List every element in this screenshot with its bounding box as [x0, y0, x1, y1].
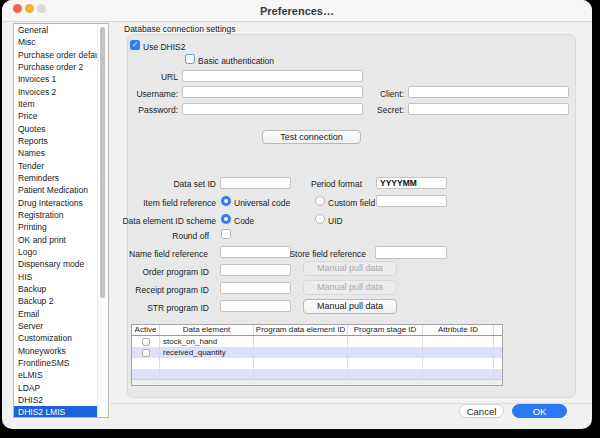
sidebar-item-elmis[interactable]: eLMIS: [14, 369, 98, 381]
table-cell-filler: [494, 358, 502, 369]
title-bar[interactable]: Preferences…: [2, 0, 592, 22]
store-field-reference-label: Store field reference: [266, 249, 366, 259]
sidebar-item-reminders[interactable]: Reminders: [14, 172, 98, 184]
sidebar-item-email[interactable]: Email: [14, 308, 98, 320]
sidebar-item-server[interactable]: Server: [14, 320, 98, 332]
sidebar-item-general[interactable]: General: [14, 24, 98, 36]
sidebar-item-backup[interactable]: Backup: [14, 283, 98, 295]
table-cell-data-element: stock_on_hand: [160, 336, 254, 347]
client-input[interactable]: [408, 86, 569, 98]
uid-radio[interactable]: [315, 214, 325, 224]
order-program-id-label: Order program ID: [109, 267, 209, 277]
table-cell-attribute-id: [423, 347, 494, 358]
sidebar-item-ok-and-print[interactable]: OK and print: [14, 234, 98, 246]
password-input[interactable]: [182, 103, 363, 115]
sidebar-item-moneyworks[interactable]: Moneyworks: [14, 345, 98, 357]
sidebar-item-quotes[interactable]: Quotes: [14, 123, 98, 135]
sidebar-item-dhis2[interactable]: DHIS2: [14, 394, 98, 406]
username-input[interactable]: [182, 86, 363, 98]
table-cell-filler: [494, 336, 502, 347]
table-header-cell: Active: [132, 325, 160, 335]
period-format-label: Period format: [292, 179, 362, 189]
sidebar-item-his[interactable]: HIS: [14, 271, 98, 283]
table-row[interactable]: [132, 358, 502, 369]
table-header-row: ActiveData elementProgram data element I…: [132, 325, 502, 336]
code-label: Code: [234, 216, 254, 226]
cancel-button[interactable]: Cancel: [459, 404, 504, 418]
period-format-input[interactable]: [376, 177, 447, 189]
table-row[interactable]: stock_on_hand: [132, 336, 502, 347]
sidebar-item-customization[interactable]: Customization: [14, 332, 98, 344]
sidebar-item-logo[interactable]: Logo: [14, 246, 98, 258]
sidebar-scrollbar-thumb[interactable]: [100, 27, 105, 298]
password-label: Password:: [118, 105, 178, 115]
table-row[interactable]: received_quantity: [132, 347, 502, 358]
str-manual-pull-data-button[interactable]: Manual pull data: [303, 299, 397, 314]
sidebar-item-invoices-1[interactable]: Invoices 1: [14, 73, 98, 85]
table-cell-data-element: received_quantity: [160, 347, 254, 358]
str-program-id-label: STR program ID: [109, 303, 209, 313]
sidebar-item-item[interactable]: Item: [14, 98, 98, 110]
round-off-checkbox[interactable]: [221, 229, 231, 239]
sidebar-item-reports[interactable]: Reports: [14, 135, 98, 147]
round-off-label: Round off: [139, 231, 209, 241]
screen: { "window": { "title": "Preferences…" },…: [0, 0, 600, 438]
item-field-reference-label: Item field reference: [116, 198, 216, 208]
sidebar-item-purchase-order-2[interactable]: Purchase order 2: [14, 61, 98, 73]
ok-button[interactable]: OK: [512, 404, 567, 418]
table-cell-attribute-id: [423, 358, 494, 369]
table-cell-attribute-id: [423, 336, 494, 347]
sidebar-item-backup-2[interactable]: Backup 2: [14, 295, 98, 307]
universal-code-radio[interactable]: [221, 196, 231, 206]
table-cell-program-data-element-id: [254, 336, 348, 347]
table-cell-program-stage-id: [348, 336, 423, 347]
table-header-cell: Data element: [160, 325, 254, 335]
sidebar-item-tender[interactable]: Tender: [14, 160, 98, 172]
sidebar-item-invoices-2[interactable]: Invoices 2: [14, 86, 98, 98]
table-header-cell: Attribute ID: [423, 325, 494, 335]
sidebar-item-drug-interactions[interactable]: Drug Interactions: [14, 197, 98, 209]
uid-label: UID: [328, 216, 343, 226]
code-radio[interactable]: [221, 214, 231, 224]
custom-field-radio[interactable]: [315, 196, 325, 206]
receipt-program-id-input[interactable]: [220, 282, 291, 294]
sidebar-item-registration[interactable]: Registration: [14, 209, 98, 221]
table-body: stock_on_handreceived_quantity: [132, 336, 502, 380]
receipt-manual-pull-data-button: Manual pull data: [303, 280, 397, 295]
table-header-filler: [494, 325, 502, 335]
row-active-checkbox[interactable]: [142, 349, 150, 357]
sidebar-item-names[interactable]: Names: [14, 147, 98, 159]
secret-input[interactable]: [408, 103, 569, 115]
sidebar-item-frontlinesms[interactable]: FrontlineSMS: [14, 357, 98, 369]
order-program-id-input[interactable]: [220, 264, 291, 276]
str-program-id-input[interactable]: [220, 300, 291, 312]
test-connection-button[interactable]: Test connection: [262, 130, 361, 144]
custom-field-input[interactable]: [376, 195, 447, 207]
data-element-id-scheme-label: Data element ID scheme: [104, 216, 216, 226]
data-set-id-input[interactable]: [220, 177, 291, 189]
use-dhis2-checkbox[interactable]: ✓: [130, 40, 140, 50]
sidebar-list: GeneralMiscPurchase order defaultsPurcha…: [14, 24, 108, 418]
sidebar-item-price[interactable]: Price: [14, 110, 98, 122]
url-input[interactable]: [182, 70, 363, 82]
sidebar-item-dispensary-mode[interactable]: Dispensary mode: [14, 258, 98, 270]
sidebar-item-printing[interactable]: Printing: [14, 221, 98, 233]
universal-code-label: Universal code: [234, 198, 290, 208]
client-label: Client:: [354, 89, 404, 99]
basic-auth-label: Basic authentication: [198, 56, 274, 66]
basic-auth-checkbox[interactable]: [185, 54, 195, 64]
table-cell-program-stage-id: [348, 358, 423, 369]
sidebar-item-dhis2-lmis[interactable]: DHIS2 LMIS: [14, 406, 98, 418]
data-set-id-label: Data set ID: [146, 179, 216, 189]
store-field-reference-input[interactable]: [375, 246, 447, 259]
check-icon: ✓: [132, 40, 139, 49]
sidebar-item-purchase-order-defaults[interactable]: Purchase order defaults: [14, 49, 98, 61]
table-cell-active: [132, 358, 160, 369]
sidebar-item-patient-medication[interactable]: Patient Medication: [14, 184, 98, 196]
row-active-checkbox[interactable]: [142, 338, 150, 346]
table-header-cell: Program stage ID: [348, 325, 423, 335]
order-manual-pull-data-button: Manual pull data: [303, 261, 397, 276]
table-horizontal-scrollbar[interactable]: [132, 379, 502, 385]
sidebar-item-misc[interactable]: Misc: [14, 36, 98, 48]
sidebar-item-ldap[interactable]: LDAP: [14, 382, 98, 394]
